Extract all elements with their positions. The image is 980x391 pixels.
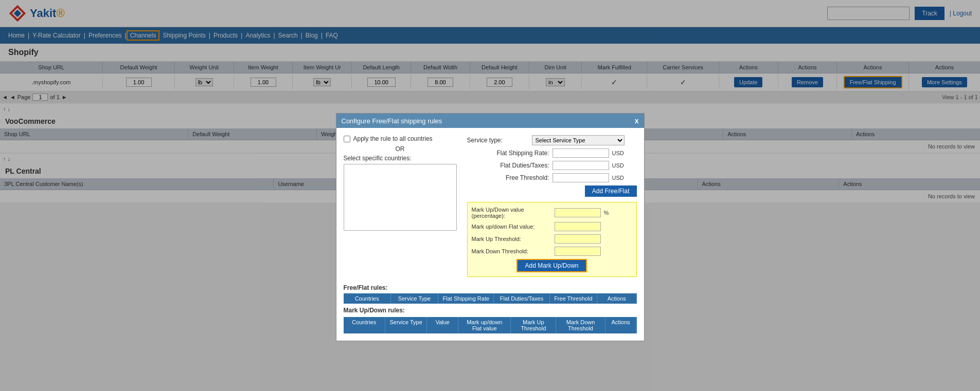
add-free-flat-button[interactable]: Add Free/Flat	[585, 185, 637, 197]
select-countries-label: Select specific countries:	[344, 155, 457, 162]
flat-duties-input[interactable]	[553, 161, 609, 170]
markup-section: Mark Up/Down value (percentage): % Mark …	[467, 202, 637, 203]
modal-title-bar: Configure Free/Flat shipping rules x	[336, 114, 644, 128]
apply-all-label: Apply the rule to all countries	[353, 135, 433, 142]
modal-close-button[interactable]: x	[635, 117, 639, 125]
flat-duties-label: Flat Duties/Taxes:	[467, 162, 549, 169]
service-type-select[interactable]: Select Service Type	[532, 135, 625, 145]
flat-shipping-rate-input[interactable]	[553, 148, 609, 158]
flat-shipping-rate-label: Flat Shipping Rate:	[467, 150, 549, 157]
service-type-row: Service type: Select Service Type	[467, 135, 637, 145]
modal-body: Apply the rule to all countries OR Selec…	[336, 128, 644, 203]
modal-right-panel: Service type: Select Service Type Flat S…	[467, 135, 637, 203]
modal-overlay: Configure Free/Flat shipping rules x App…	[0, 0, 980, 203]
free-threshold-label: Free Threshold:	[467, 174, 549, 181]
flat-duties-row: Flat Duties/Taxes: USD	[467, 161, 637, 170]
or-text: OR	[344, 145, 457, 153]
apply-all-row: Apply the rule to all countries	[344, 135, 457, 142]
add-free-flat-row: Add Free/Flat	[467, 185, 637, 197]
configure-modal: Configure Free/Flat shipping rules x App…	[336, 113, 645, 203]
free-threshold-unit: USD	[612, 175, 624, 181]
service-type-label: Service type:	[467, 137, 529, 144]
apply-all-checkbox[interactable]	[344, 136, 350, 142]
flat-shipping-rate-row: Flat Shipping Rate: USD	[467, 148, 637, 158]
free-threshold-row: Free Threshold: USD	[467, 173, 637, 182]
modal-left-panel: Apply the rule to all countries OR Selec…	[344, 135, 457, 203]
free-threshold-input[interactable]	[553, 173, 609, 182]
country-select[interactable]	[344, 164, 457, 203]
flat-shipping-rate-unit: USD	[612, 150, 624, 156]
modal-title: Configure Free/Flat shipping rules	[342, 117, 442, 125]
flat-duties-unit: USD	[612, 162, 624, 169]
